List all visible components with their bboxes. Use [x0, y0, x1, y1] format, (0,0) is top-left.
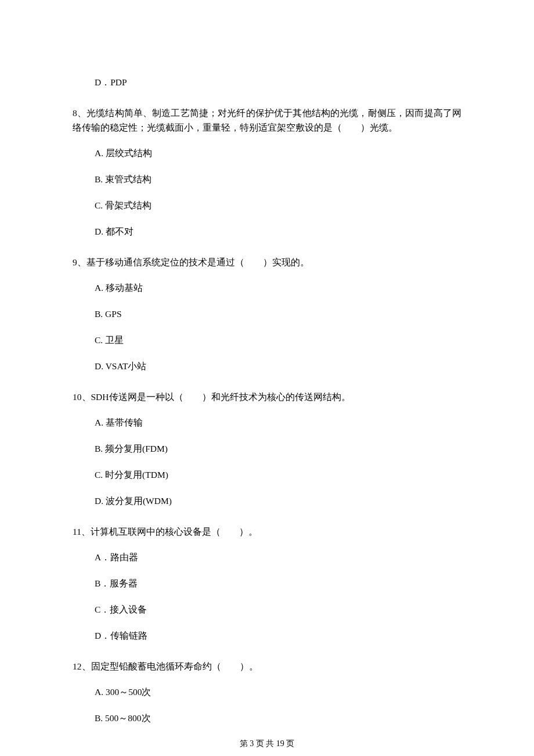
question-12-option-b: B. 500～800次 [95, 711, 461, 726]
question-11-option-d: D．传输链路 [95, 629, 461, 643]
question-8-option-b: B. 束管式结构 [95, 172, 461, 187]
option-d-pdp: D．PDP [95, 75, 461, 90]
question-10: 10、SDH传送网是一种以（ ）和光纤技术为核心的传送网结构。 [73, 390, 461, 405]
question-9-option-c: C. 卫星 [95, 333, 461, 348]
question-8-option-a: A. 层绞式结构 [95, 146, 461, 161]
question-12: 12、固定型铅酸蓄电池循环寿命约（ ）。 [73, 660, 461, 674]
question-11-option-a: A．路由器 [95, 550, 461, 565]
page-container: D．PDP 8、光缆结构简单、制造工艺简捷；对光纤的保护优于其他结构的光缆，耐侧… [0, 0, 534, 756]
question-10-option-d: D. 波分复用(WDM) [95, 494, 461, 509]
question-9-option-b: B. GPS [95, 307, 461, 322]
question-10-option-c: C. 时分复用(TDM) [95, 468, 461, 483]
question-11-option-b: B．服务器 [95, 577, 461, 591]
question-8-option-c: C. 骨架式结构 [95, 199, 461, 213]
question-9: 9、基于移动通信系统定位的技术是通过（ ）实现的。 [73, 255, 461, 270]
question-10-option-b: B. 频分复用(FDM) [95, 442, 461, 456]
question-12-option-a: A. 300～500次 [95, 685, 461, 700]
page-footer: 第 3 页 共 19 页 [0, 737, 534, 750]
question-9-option-d: D. VSAT小站 [95, 359, 461, 374]
question-9-option-a: A. 移动基站 [95, 281, 461, 296]
question-10-option-a: A. 基带传输 [95, 416, 461, 430]
question-11: 11、计算机互联网中的核心设备是（ ）。 [73, 525, 461, 539]
question-8-option-d: D. 都不对 [95, 225, 461, 239]
question-11-option-c: C．接入设备 [95, 603, 461, 617]
question-8: 8、光缆结构简单、制造工艺简捷；对光纤的保护优于其他结构的光缆，耐侧压，因而提高… [73, 106, 461, 135]
